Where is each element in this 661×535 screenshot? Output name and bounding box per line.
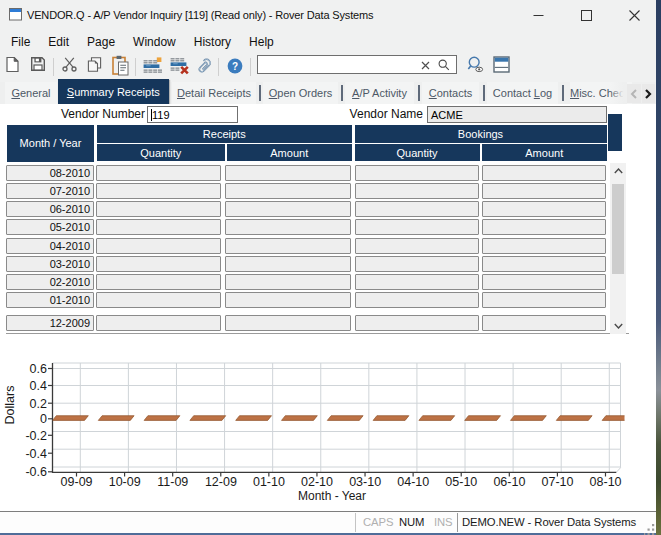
grid-row-month[interactable]: 06-2010 xyxy=(6,201,94,217)
grid-header-bookings-quantity[interactable]: Quantity xyxy=(355,144,480,162)
grid-row-month[interactable]: 02-2010 xyxy=(6,274,94,290)
grid-cell[interactable] xyxy=(482,201,606,217)
tab-open-orders[interactable]: Open Orders xyxy=(263,82,338,104)
grid-cell[interactable] xyxy=(96,238,221,254)
grid-cell[interactable] xyxy=(482,238,606,254)
grid-cell[interactable] xyxy=(355,219,479,235)
grid-row-month[interactable]: 07-2010 xyxy=(6,183,94,199)
grid-cell[interactable] xyxy=(355,238,479,254)
grid-cell[interactable] xyxy=(355,165,479,181)
grid-row-month[interactable]: 04-2010 xyxy=(6,238,94,254)
grid-cell[interactable] xyxy=(225,183,352,199)
delete-rows-icon[interactable] xyxy=(170,57,190,75)
grid-row-month[interactable]: 12-2009 xyxy=(6,315,94,331)
grid-header-month[interactable]: Month / Year xyxy=(7,125,94,162)
menu-file[interactable]: File xyxy=(2,31,39,53)
grid-cell[interactable] xyxy=(482,274,606,290)
tab-ap-activity[interactable]: A/P Activity xyxy=(345,82,414,104)
grid-cell[interactable] xyxy=(482,219,606,235)
grid-cell[interactable] xyxy=(96,292,221,308)
grid-cell[interactable] xyxy=(225,274,352,290)
close-button[interactable] xyxy=(611,0,657,30)
grid-cell[interactable] xyxy=(482,256,606,272)
grid-row-month[interactable]: 08-2010 xyxy=(6,165,94,181)
grid-scrollbar[interactable] xyxy=(610,163,626,334)
menu-window[interactable]: Window xyxy=(124,31,185,53)
grid-cell[interactable] xyxy=(96,256,221,272)
scrollbar-thumb[interactable] xyxy=(612,184,624,274)
menu-edit[interactable]: Edit xyxy=(39,31,78,53)
menu-help[interactable]: Help xyxy=(240,31,283,53)
grid-cell[interactable] xyxy=(96,165,221,181)
grid-row-month[interactable]: 03-2010 xyxy=(6,256,94,272)
tab-contact-log[interactable]: Contact Log xyxy=(487,82,558,104)
search-input[interactable] xyxy=(258,57,421,72)
content-panel: Vendor Number 119 Vendor Name ACME Month… xyxy=(0,104,656,511)
grid-cell[interactable] xyxy=(225,165,352,181)
grid-cell[interactable] xyxy=(355,292,479,308)
attachment-icon[interactable] xyxy=(195,56,213,75)
grid-cell[interactable] xyxy=(225,201,352,217)
status-ins: INS xyxy=(434,516,453,528)
grid-header-bookings[interactable]: Bookings xyxy=(355,125,607,143)
resize-grip-icon[interactable] xyxy=(644,524,656,535)
new-document-icon[interactable] xyxy=(6,57,19,72)
grid-cell[interactable] xyxy=(355,201,479,217)
vendor-number-field[interactable]: 119 xyxy=(147,106,238,123)
grid-cell[interactable] xyxy=(355,274,479,290)
menu-history[interactable]: History xyxy=(185,31,240,53)
grid-cell[interactable] xyxy=(96,183,221,199)
paste-icon[interactable] xyxy=(112,55,129,76)
copy-icon[interactable] xyxy=(87,57,102,72)
tab-separator xyxy=(483,85,485,101)
tab-contacts[interactable]: Contacts xyxy=(422,82,479,104)
scroll-down-icon[interactable] xyxy=(614,323,623,329)
chart-y-tick-label: -0.6 xyxy=(25,465,47,479)
status-num: NUM xyxy=(399,516,424,528)
maximize-button[interactable] xyxy=(563,0,609,30)
scroll-up-icon[interactable] xyxy=(614,168,623,174)
menu-page[interactable]: Page xyxy=(78,31,124,53)
tab-separator xyxy=(418,85,420,101)
grid-cell[interactable] xyxy=(482,165,606,181)
search-preview-icon[interactable] xyxy=(467,56,485,74)
grid-cell[interactable] xyxy=(482,292,606,308)
vendor-name-field[interactable]: ACME xyxy=(427,106,607,123)
grid-header-receipts-amount[interactable]: Amount xyxy=(227,144,352,162)
grid-header-receipts-quantity[interactable]: Quantity xyxy=(97,144,225,162)
search-icon[interactable] xyxy=(438,59,450,71)
tab-scroll-right-button[interactable] xyxy=(642,84,656,103)
tab-general[interactable]: General xyxy=(5,82,57,104)
grid-cell[interactable] xyxy=(96,201,221,217)
grid-cell[interactable] xyxy=(96,315,221,331)
save-icon[interactable] xyxy=(31,57,45,71)
grid-cell[interactable] xyxy=(225,238,352,254)
grid-row-month[interactable]: 01-2010 xyxy=(6,292,94,308)
grid-cell[interactable] xyxy=(225,256,352,272)
grid-cell[interactable] xyxy=(96,274,221,290)
chart-x-axis-title: Month - Year xyxy=(298,489,366,503)
close-icon xyxy=(629,10,640,21)
grid-cell[interactable] xyxy=(355,256,479,272)
grid-row-month[interactable]: 05-2010 xyxy=(6,219,94,235)
minimize-icon xyxy=(533,10,544,21)
grid-cell[interactable] xyxy=(225,219,352,235)
panel-layout-icon[interactable] xyxy=(493,56,510,73)
clear-search-icon[interactable] xyxy=(421,61,430,70)
tab-summary-receipts[interactable]: Summary Receipts xyxy=(58,79,169,104)
grid-cell[interactable] xyxy=(355,183,479,199)
grid-cell[interactable] xyxy=(482,315,606,331)
insert-rows-icon[interactable] xyxy=(143,57,163,75)
grid-header-receipts[interactable]: Receipts xyxy=(97,125,352,143)
cut-icon[interactable] xyxy=(62,57,77,72)
grid-cell[interactable] xyxy=(355,315,479,331)
help-icon[interactable]: ? xyxy=(227,58,243,74)
tab-detail-receipts[interactable]: Detail Receipts xyxy=(172,82,256,104)
grid-header-bookings-amount[interactable]: Amount xyxy=(482,144,607,162)
minimize-button[interactable] xyxy=(515,0,561,30)
grid-cell[interactable] xyxy=(225,315,352,331)
grid-cell[interactable] xyxy=(96,219,221,235)
grid-cell[interactable] xyxy=(482,183,606,199)
tab-scroll-left-button[interactable] xyxy=(627,84,641,103)
grid-cell[interactable] xyxy=(225,292,352,308)
